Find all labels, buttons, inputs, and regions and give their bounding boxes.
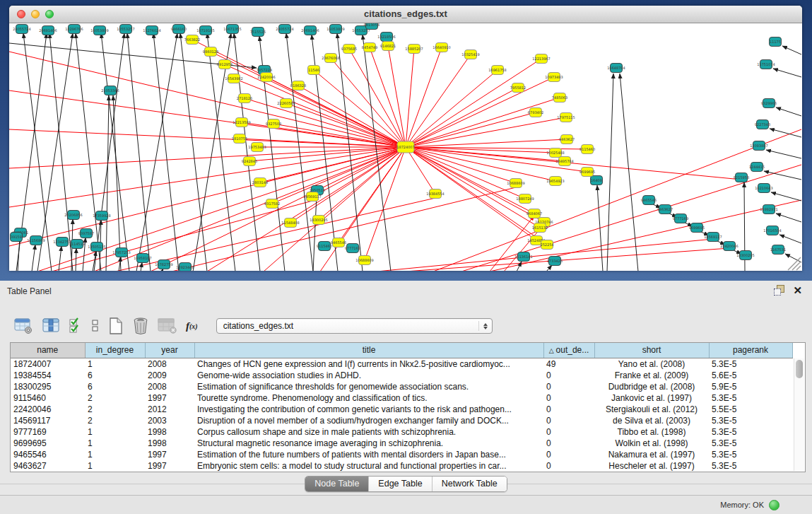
node-selected[interactable]: 6793402: [528, 108, 543, 117]
node-unselected[interactable]: 14569117: [704, 233, 722, 242]
table-row[interactable]: 946362711997Embryonic stem cells: a mode…: [11, 460, 792, 472]
node-unselected[interactable]: 12923448: [176, 263, 194, 271]
node-unselected[interactable]: 16648784: [607, 64, 625, 73]
node-unselected[interactable]: 9465546: [641, 196, 657, 205]
row-height-icon[interactable]: [91, 317, 100, 334]
node-unselected[interactable]: 16210643: [755, 184, 772, 193]
node-selected[interactable]: 7485063: [552, 93, 567, 103]
node-selected[interactable]: 18495784: [555, 157, 573, 166]
node-selected[interactable]: 8454749: [362, 43, 377, 52]
node-selected[interactable]: 9115460: [579, 145, 595, 154]
table-row[interactable]: 1830029562008Estimation of significance …: [11, 381, 792, 392]
table-scrollbar-thumb[interactable]: [796, 360, 803, 378]
table-scrollbar[interactable]: [794, 358, 804, 471]
node-unselected[interactable]: 7515526: [250, 28, 266, 37]
show-columns-icon[interactable]: [42, 317, 61, 334]
table-settings-icon[interactable]: [14, 317, 33, 334]
node-unselected[interactable]: 9777169: [673, 214, 688, 223]
node-unselected[interactable]: 9397587: [78, 229, 94, 238]
node-selected[interactable]: 19654923: [546, 177, 564, 186]
node-selected[interactable]: 17975115: [557, 113, 575, 122]
node-unselected[interactable]: 10553257: [117, 25, 134, 34]
node-unselected[interactable]: 8813054: [364, 23, 379, 30]
node-selected[interactable]: 1810755: [232, 134, 247, 144]
node-unselected[interactable]: 24055724: [276, 25, 293, 34]
node-selected[interactable]: 11546: [308, 66, 320, 75]
node-unselected[interactable]: 22420046: [720, 242, 738, 251]
node-unselected[interactable]: 16053809: [326, 25, 344, 34]
node-selected[interactable]: 252254: [540, 240, 553, 250]
col-header-pagerank[interactable]: pagerank: [709, 343, 792, 358]
node-selected[interactable]: 9860128: [203, 47, 218, 57]
node-unselected[interactable]: 18296786: [65, 25, 83, 34]
node-unselected[interactable]: 9115460: [317, 242, 332, 251]
node-selected[interactable]: 7955812: [510, 83, 526, 93]
col-header-in-degree[interactable]: in_degree: [85, 343, 145, 358]
node-unselected[interactable]: 10719185: [196, 26, 214, 35]
close-panel-icon[interactable]: ✕: [793, 285, 802, 296]
create-column-file-icon[interactable]: [108, 317, 124, 335]
node-unselected[interactable]: 13505135: [88, 243, 105, 252]
node-selected[interactable]: 10688609: [507, 179, 524, 188]
resize-grip-icon[interactable]: [788, 257, 801, 270]
network-canvas[interactable]: 2405572420691406182967861605380910553257…: [9, 23, 802, 271]
node-selected[interactable]: 19753483: [248, 143, 266, 152]
node-unselected[interactable]: 8215958: [734, 173, 749, 182]
node-unselected[interactable]: 16671355: [223, 25, 241, 34]
table-row[interactable]: 2242004622012Investigating the contribut…: [11, 404, 792, 415]
node-selected[interactable]: 1615132: [532, 223, 548, 233]
node-unselected[interactable]: 12093887: [750, 141, 767, 151]
node-selected[interactable]: 9317582: [264, 199, 280, 209]
node-unselected[interactable]: 24055724: [13, 25, 30, 34]
node-unselected[interactable]: 11175: [770, 37, 782, 47]
node-unselected[interactable]: 9777169: [345, 244, 360, 253]
table-row[interactable]: 1456911722003Disruption of a novel membe…: [11, 415, 792, 426]
node-unselected[interactable]: 1167531: [770, 245, 786, 255]
node-selected[interactable]: 9146821: [380, 42, 396, 51]
node-selected[interactable]: 16961758: [488, 66, 506, 75]
table-row[interactable]: 1938455462009Genome-wide association stu…: [11, 370, 792, 381]
node-unselected[interactable]: 1114519: [69, 240, 85, 249]
tab-node-table[interactable]: Node Table: [305, 477, 368, 491]
node-selected[interactable]: 16543982: [225, 74, 242, 83]
node-selected[interactable]: 10688609: [355, 256, 373, 265]
node-selected[interactable]: 18807249: [516, 194, 534, 204]
node-selected[interactable]: 23676068: [322, 54, 339, 63]
delete-column-trash-icon[interactable]: [132, 317, 149, 335]
tab-network-table[interactable]: Network Table: [432, 477, 507, 491]
node-unselected[interactable]: 9463627: [657, 205, 673, 214]
node-unselected[interactable]: 15751074: [757, 60, 775, 69]
function-builder-icon[interactable]: f(x): [186, 320, 198, 332]
node-selected[interactable]: 10025488: [546, 148, 564, 158]
memory-ok-icon[interactable]: [769, 500, 779, 510]
node-selected[interactable]: 9465546: [331, 238, 346, 247]
network-window-titlebar[interactable]: citations_edges.txt: [9, 6, 802, 23]
node-unselected[interactable]: 9329966: [761, 99, 777, 108]
node-selected[interactable]: 10325419: [461, 50, 479, 59]
node-unselected[interactable]: 9227343: [755, 120, 770, 129]
node-unselected[interactable]: 18300295: [736, 251, 754, 260]
node-unselected[interactable]: 9699695: [689, 223, 705, 233]
col-header-out-degree[interactable]: △out_de...: [543, 343, 594, 358]
table-row[interactable]: 1872400712008Changes of HCN gene express…: [11, 358, 792, 370]
col-header-year[interactable]: year: [145, 343, 194, 358]
tab-edge-table[interactable]: Edge Table: [368, 477, 431, 491]
hub-node[interactable]: 18724007: [396, 141, 414, 153]
node-unselected[interactable]: 17016504: [763, 226, 781, 235]
node-selected[interactable]: 8186328: [290, 81, 306, 90]
node-selected[interactable]: 8912954: [217, 60, 233, 69]
node-selected[interactable]: 9327508: [266, 119, 281, 129]
node-selected[interactable]: 2803144: [252, 178, 268, 187]
table-row[interactable]: 969969511998Structural magnetic resonanc…: [11, 438, 792, 449]
node-unselected[interactable]: 9466160: [171, 25, 187, 34]
node-unselected[interactable]: 16409: [591, 176, 603, 185]
node-selected[interactable]: 19384554: [426, 189, 444, 199]
node-selected[interactable]: 2718126: [237, 94, 252, 103]
table-row[interactable]: 911546021997Tourette syndrome. Phenomeno…: [11, 392, 792, 404]
node-unselected[interactable]: 39159: [11, 233, 23, 242]
node-selected[interactable]: 9699695: [579, 168, 595, 177]
table-row[interactable]: 946554611997Estimation of the future num…: [11, 449, 792, 460]
node-unselected[interactable]: 16053809: [90, 26, 108, 35]
node-selected[interactable]: 9684067: [526, 209, 542, 218]
node-unselected[interactable]: 17957253: [112, 248, 130, 257]
